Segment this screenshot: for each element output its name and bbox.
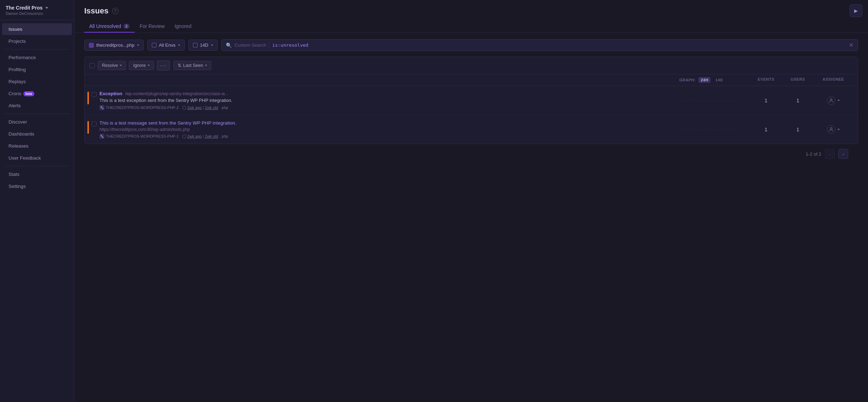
users-cell-2: 1 (782, 127, 814, 132)
sidebar-item-dashboards[interactable]: Dashboards (2, 128, 72, 140)
ignore-button[interactable]: Ignore (129, 61, 154, 70)
ignore-label: Ignore (133, 63, 145, 68)
issue-age-2[interactable]: 2wk old (205, 134, 218, 138)
issue-title-row-1: Exception /wp-content/plugins/wp-sentry-… (99, 91, 679, 96)
sidebar-label-discover: Discover (8, 119, 27, 125)
project-filter-caret (137, 45, 139, 46)
sidebar-item-user-feedback[interactable]: User Feedback (2, 152, 72, 164)
events-cell-2: 1 (750, 127, 782, 132)
sidebar-item-alerts[interactable]: Alerts (2, 100, 72, 111)
sidebar-label-profiling: Profiling (8, 67, 26, 72)
org-user: Damon DeCrescenzo (6, 11, 68, 16)
sidebar-item-stats[interactable]: Stats (2, 168, 72, 180)
issues-table: Resolve Ignore ··· ⇅ Last Seen (84, 57, 858, 144)
search-clear-button[interactable]: ✕ (849, 42, 853, 48)
issue-message-text-2: This is a test message sent from the Sen… (99, 120, 236, 126)
issue-age-1[interactable]: 2wk old (205, 105, 218, 110)
sort-button[interactable]: ⇅ Last Seen (173, 61, 211, 70)
sort-label: Last Seen (183, 63, 203, 68)
pagination-row: 1-2 of 2 ‹ › (84, 144, 858, 164)
tab-all-unresolved[interactable]: All Unresolved 2 (84, 21, 135, 33)
env-filter-button[interactable]: All Envs (147, 40, 185, 51)
col-events: EVENTS (750, 77, 782, 83)
project-filter-button[interactable]: thecreditpros...php (84, 40, 144, 51)
issue-time-2: 2wk ago | 2wk old (182, 134, 218, 138)
time-filter-button[interactable]: 14D (188, 40, 218, 51)
org-header[interactable]: The Credit Pros Damon DeCrescenzo (0, 0, 74, 20)
env-filter-caret (178, 45, 180, 46)
sidebar-item-replays[interactable]: Replays (2, 76, 72, 87)
project-icon-2: 🔧 (99, 134, 104, 139)
next-page-button[interactable]: › (838, 149, 848, 159)
graph-cell-1: - - - - - - - - - - - - - - - - - - (679, 98, 750, 103)
org-name[interactable]: The Credit Pros (6, 5, 68, 11)
play-icon: ▶ (854, 8, 858, 13)
issue-left-1: Exception /wp-content/plugins/wp-sentry-… (87, 91, 679, 110)
more-label: ··· (160, 63, 167, 68)
page-title-row: Issues ? (84, 6, 858, 16)
main-content: Issues ? All Unresolved 2 For Review Ign… (74, 0, 868, 402)
sort-caret-icon (205, 65, 207, 66)
project-filter-label: thecreditpros...php (96, 42, 135, 48)
issue-time-ago-1[interactable]: 2wk ago (187, 105, 202, 110)
assignee-cell-2[interactable] (814, 125, 853, 134)
tab-ignored[interactable]: Ignored (170, 21, 196, 33)
prev-page-button[interactable]: ‹ (825, 149, 835, 159)
tab-for-review[interactable]: For Review (135, 21, 170, 33)
tab-ignored-label: Ignored (175, 23, 191, 29)
time-calendar-icon (193, 43, 198, 47)
table-row[interactable]: This is a test message sent from the Sen… (85, 115, 858, 144)
issue-priority-indicator-1 (87, 92, 89, 104)
issue-project-1: 🔧 THECREDITPROS-WORDPRESS-PHP-2 (99, 105, 179, 110)
help-icon[interactable]: ? (112, 8, 119, 14)
assignee-icon-1 (827, 96, 835, 105)
top-right-action-button[interactable]: ▶ (850, 4, 862, 17)
sidebar-item-releases[interactable]: Releases (2, 140, 72, 152)
more-actions-button[interactable]: ··· (157, 61, 170, 70)
page-header: Issues ? All Unresolved 2 For Review Ign… (74, 0, 868, 33)
issue-project-2: 🔧 THECREDITPROS-WORDPRESS-PHP-1 (99, 134, 179, 139)
graph-label: GRAPH: (679, 78, 696, 82)
graph-14d-button[interactable]: 14d (713, 77, 725, 83)
select-all-checkbox[interactable] (90, 63, 95, 68)
sidebar-label-issues: Issues (8, 27, 22, 32)
issue-time-1: 2wk ago | 2wk old (182, 105, 218, 110)
sidebar-item-performance[interactable]: Performance (2, 52, 72, 63)
tab-for-review-label: For Review (139, 23, 165, 29)
graph-cell-2: - - - - - - - - - - - - - - - - - - (679, 127, 750, 132)
assignee-cell-1[interactable] (814, 96, 853, 105)
crons-beta-badge: beta (23, 91, 34, 96)
resolve-button[interactable]: Resolve (98, 61, 126, 70)
issue-url-2: https://thecreditpros.com:80/wp-admin/to… (99, 127, 679, 132)
issue-checkbox-1[interactable] (92, 92, 97, 97)
sidebar-item-settings[interactable]: Settings (2, 180, 72, 192)
table-row[interactable]: Exception /wp-content/plugins/wp-sentry-… (85, 86, 858, 115)
sidebar-item-crons[interactable]: Crons beta (2, 88, 72, 99)
col-graph: GRAPH: 24h 14d (679, 77, 750, 83)
issue-lang-2: php (222, 134, 228, 138)
issue-info-2: This is a test message sent from the Sen… (99, 120, 679, 139)
sidebar-item-projects[interactable]: Projects (2, 35, 72, 47)
sidebar-item-discover[interactable]: Discover (2, 116, 72, 128)
issue-message-link-2: This is a test message sent from the Sen… (99, 120, 679, 126)
sidebar-item-profiling[interactable]: Profiling (2, 64, 72, 75)
sidebar-label-replays: Replays (8, 79, 26, 84)
time-filter-label: 14D (200, 42, 209, 48)
search-area[interactable]: 🔍 Custom Search is:unresolved ✕ (221, 39, 858, 51)
sidebar-label-settings: Settings (8, 184, 26, 189)
org-dropdown-icon (45, 7, 48, 9)
issue-checkbox-2[interactable] (92, 121, 97, 126)
events-cell-1: 1 (750, 98, 782, 103)
col-issue (98, 77, 679, 83)
issue-info-1: Exception /wp-content/plugins/wp-sentry-… (99, 91, 679, 110)
graph-dashes-1: - - - - - - - - - - - - - - - - - - (679, 98, 743, 103)
sidebar-divider-3 (4, 166, 70, 166)
graph-24h-button[interactable]: 24h (698, 77, 710, 83)
tab-all-unresolved-label: All Unresolved (89, 23, 121, 29)
issue-time-ago-2[interactable]: 2wk ago (187, 134, 202, 138)
sidebar-label-projects: Projects (8, 39, 26, 44)
sidebar-item-issues[interactable]: Issues (2, 23, 72, 35)
table-toolbar: Resolve Ignore ··· ⇅ Last Seen (85, 57, 858, 74)
issue-priority-indicator-2 (87, 121, 89, 134)
issue-message-1: This is a test exception sent from the S… (99, 98, 679, 103)
